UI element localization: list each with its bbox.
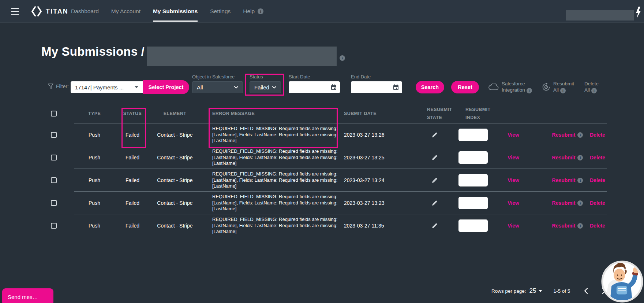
column-header-error-message: ERROR MESSAGE — [212, 104, 340, 123]
resubmit-link[interactable]: Resubmit — [552, 132, 576, 138]
cell-type: Push — [80, 192, 109, 214]
resubmit-info-icon[interactable]: i — [577, 223, 583, 229]
hamburger-menu-icon[interactable] — [11, 8, 19, 15]
redacted-user-info — [566, 10, 634, 21]
filter-lead: Filter: — [48, 84, 69, 89]
start-date-label: Start Date — [289, 74, 310, 80]
previous-page-button[interactable] — [584, 288, 588, 294]
row-checkbox[interactable] — [51, 155, 57, 160]
row-checkbox[interactable] — [51, 200, 57, 206]
end-date-label: End Date — [351, 74, 371, 80]
cell-element: Contact - Stripe — [149, 192, 201, 214]
resubmit-link[interactable]: Resubmit — [552, 223, 576, 229]
mascot-avatar[interactable] — [601, 260, 644, 303]
resubmit-index-input[interactable] — [458, 197, 488, 209]
nav-item-settings[interactable]: Settings — [210, 0, 231, 23]
row-checkbox[interactable] — [51, 132, 57, 138]
edit-pencil-icon[interactable] — [431, 132, 438, 138]
start-date-input[interactable] — [289, 81, 340, 93]
select-project-button[interactable]: Select Project — [143, 80, 189, 94]
submissions-table: TYPE STATUS ELEMENT ERROR MESSAGE SUBMIT… — [42, 104, 607, 237]
cell-type: Push — [80, 123, 109, 146]
resubmit-index-input[interactable] — [458, 219, 488, 232]
cell-submit-date: 2023-03-27 13:26 — [344, 123, 395, 146]
titan-logo[interactable]: TITAN — [31, 6, 68, 17]
view-link[interactable]: View — [508, 223, 519, 229]
salesforce-integration-button[interactable]: Salesforce Integration i — [488, 81, 533, 93]
delete-link[interactable]: Delete — [590, 200, 605, 206]
column-header-resubmit-state: RESUBMIT STATE — [427, 104, 457, 123]
nav-item-help[interactable]: Help i — [243, 0, 263, 23]
cell-status: Failed — [118, 146, 147, 169]
edit-pencil-icon[interactable] — [431, 177, 438, 184]
caret-down-icon — [135, 86, 138, 88]
title-info-icon[interactable]: i — [340, 55, 345, 61]
nav-item-dashboard[interactable]: Dashboard — [71, 0, 99, 23]
view-link[interactable]: View — [508, 177, 519, 183]
edit-pencil-icon[interactable] — [431, 222, 438, 229]
resubmit-link[interactable]: Resubmit — [552, 155, 576, 160]
cell-error-message: REQUIRED_FIELD_MISSING: Required fields … — [212, 192, 340, 214]
table-row: Push Failed Contact - Stripe REQUIRED_FI… — [42, 214, 607, 237]
info-icon[interactable]: i — [591, 88, 597, 93]
resubmit-link[interactable]: Resubmit — [552, 200, 576, 206]
status-select[interactable]: Failed — [250, 81, 281, 93]
info-icon[interactable]: i — [560, 88, 566, 93]
resubmit-info-icon[interactable]: i — [577, 200, 583, 206]
resubmit-index-input[interactable] — [458, 151, 488, 164]
view-link[interactable]: View — [508, 132, 519, 138]
page-title: My Submissions / — [41, 45, 145, 59]
end-date-input[interactable] — [351, 81, 402, 93]
delete-link[interactable]: Delete — [590, 223, 605, 229]
cell-submit-date: 2023-03-27 13:23 — [344, 192, 395, 214]
delete-link[interactable]: Delete — [590, 155, 605, 160]
column-header-element: ELEMENT — [149, 104, 201, 123]
delete-link[interactable]: Delete — [590, 177, 605, 183]
project-select[interactable]: 17147| Payments ... — [71, 81, 143, 93]
table-header-row: TYPE STATUS ELEMENT ERROR MESSAGE SUBMIT… — [42, 104, 607, 123]
column-header-type: TYPE — [80, 104, 109, 123]
resubmit-info-icon[interactable]: i — [577, 132, 583, 138]
row-checkbox[interactable] — [51, 177, 57, 183]
resubmit-index-input[interactable] — [458, 174, 488, 186]
chevron-down-icon — [234, 86, 238, 89]
status-select-value: Failed — [254, 84, 269, 90]
cell-element: Contact - Stripe — [149, 169, 201, 192]
calendar-icon[interactable] — [330, 84, 337, 90]
rows-per-page-caret-icon[interactable] — [539, 290, 542, 292]
object-select-value: All — [197, 84, 203, 90]
resubmit-index-input[interactable] — [458, 129, 488, 141]
help-info-icon[interactable]: i — [258, 8, 263, 14]
info-icon[interactable]: i — [527, 88, 532, 93]
calendar-icon[interactable] — [393, 84, 399, 90]
cell-status: Failed — [118, 214, 147, 237]
object-select[interactable]: All — [192, 81, 243, 93]
rows-per-page-value[interactable]: 25 — [529, 287, 536, 295]
nav-item-my-submissions[interactable]: My Submissions — [153, 0, 198, 23]
edit-pencil-icon[interactable] — [431, 200, 438, 207]
resubmit-info-icon[interactable]: i — [577, 178, 583, 183]
cell-type: Push — [80, 146, 109, 169]
edit-pencil-icon[interactable] — [431, 154, 438, 161]
delete-link[interactable]: Delete — [590, 132, 605, 138]
cell-submit-date: 2023-03-27 13:24 — [344, 169, 395, 192]
resubmit-info-icon[interactable]: i — [577, 155, 583, 160]
search-button[interactable]: Search — [416, 81, 444, 93]
row-checkbox[interactable] — [51, 223, 57, 229]
delete-all-button[interactable]: Delete All i — [584, 81, 606, 93]
reset-button[interactable]: Reset — [451, 81, 479, 93]
table-row: Push Failed Contact - Stripe REQUIRED_FI… — [42, 169, 607, 192]
send-message-button[interactable]: Send mes… — [2, 288, 53, 303]
lightning-bolt-icon[interactable] — [635, 7, 641, 18]
nav-item-my-account[interactable]: My Account — [111, 0, 141, 23]
project-select-value: 17147| Payments ... — [75, 84, 124, 90]
cell-submit-date: 2023-03-27 13:25 — [344, 146, 395, 169]
brand-name: TITAN — [46, 8, 68, 15]
resubmit-all-button[interactable]: Resubmit All i — [542, 81, 577, 93]
view-link[interactable]: View — [508, 200, 519, 206]
resubmit-link[interactable]: Resubmit — [552, 177, 576, 183]
view-link[interactable]: View — [508, 155, 519, 160]
cell-error-message: REQUIRED_FIELD_MISSING: Required fields … — [212, 123, 340, 146]
select-all-checkbox[interactable] — [51, 111, 57, 117]
cell-submit-date: 2023-03-27 11:35 — [344, 214, 395, 237]
